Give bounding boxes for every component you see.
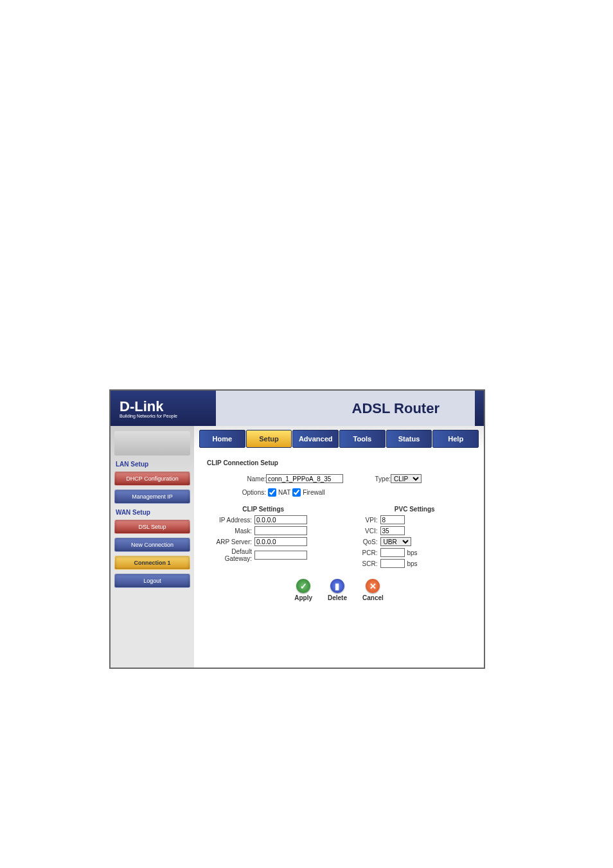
header-bar: D-Link Building Networks for People ADSL… (111, 391, 484, 426)
pcr-unit: bps (407, 549, 418, 556)
main-panel: Home Setup Advanced Tools Status Help CL… (194, 426, 484, 668)
settings-columns: CLIP Settings IP Address: Mask: ARP Serv… (207, 506, 471, 570)
firewall-label: Firewall (303, 489, 324, 496)
pcr-label: PCR: (359, 549, 380, 556)
clip-heading: CLIP Settings (207, 506, 320, 513)
main-tabs: Home Setup Advanced Tools Status Help (199, 430, 479, 448)
scr-label: SCR: (359, 560, 380, 567)
name-input[interactable] (266, 474, 343, 483)
sidebar-item-logout[interactable]: Logout (114, 574, 190, 588)
apply-button[interactable]: ✓ Apply (294, 579, 312, 601)
sidebar-item-new-connection[interactable]: New Connection (114, 538, 190, 552)
tab-home[interactable]: Home (199, 430, 245, 448)
connection-top-row: Name: Type: CLIP (233, 474, 471, 486)
delete-icon: ▮ (330, 579, 344, 593)
qos-select[interactable]: UBR (380, 537, 411, 546)
mask-input[interactable] (254, 526, 307, 535)
clip-settings-col: CLIP Settings IP Address: Mask: ARP Serv… (207, 506, 320, 570)
sidebar-item-dsl-setup[interactable]: DSL Setup (114, 520, 190, 534)
tab-status[interactable]: Status (386, 430, 432, 448)
scr-input[interactable] (380, 559, 405, 568)
options-label: Options: (233, 489, 266, 496)
vpi-input[interactable] (380, 515, 405, 524)
arp-server-input[interactable] (254, 537, 307, 546)
sidebar-item-dhcp[interactable]: DHCP Configuration (114, 472, 190, 486)
sidebar-heading-lan: LAN Setup (116, 461, 190, 468)
vpi-label: VPI: (359, 517, 380, 524)
tab-advanced[interactable]: Advanced (292, 430, 339, 448)
delete-button[interactable]: ▮ Delete (328, 579, 347, 601)
qos-label: QoS: (359, 538, 380, 545)
pvc-settings-col: PVC Settings VPI: VCI: QoS: UBR (359, 506, 472, 570)
sidebar-item-management-ip[interactable]: Management IP (114, 490, 190, 504)
tab-tools[interactable]: Tools (339, 430, 386, 448)
nat-checkbox[interactable] (268, 488, 276, 497)
options-row: Options: NAT Firewall (233, 488, 471, 497)
apply-label: Apply (294, 594, 312, 601)
mask-label: Mask: (207, 527, 254, 535)
apply-icon: ✓ (296, 579, 310, 593)
pcr-input[interactable] (380, 548, 405, 557)
scr-unit: bps (407, 560, 418, 567)
cancel-button[interactable]: ✕ Cancel (362, 579, 384, 601)
type-select[interactable]: CLIP (391, 474, 422, 483)
tab-help[interactable]: Help (432, 430, 479, 448)
vci-input[interactable] (380, 526, 405, 535)
action-row: ✓ Apply ▮ Delete ✕ Cancel (207, 579, 471, 601)
brand-tagline: Building Networks for People (120, 414, 177, 418)
ip-address-input[interactable] (254, 515, 307, 524)
firewall-checkbox[interactable] (292, 488, 301, 497)
cable-image (114, 431, 190, 456)
type-label: Type: (369, 475, 391, 483)
arp-server-label: ARP Server: (207, 538, 254, 545)
delete-label: Delete (328, 594, 347, 601)
page-title: ADSL Router (333, 394, 459, 423)
content-area: CLIP Connection Setup Name: Type: CLIP O (194, 448, 484, 613)
brand-text: D-Link (120, 398, 177, 415)
sidebar: LAN Setup DHCP Configuration Management … (111, 426, 194, 668)
sidebar-heading-wan: WAN Setup (116, 509, 190, 516)
default-gateway-label: Default Gateway: (207, 548, 254, 562)
header-title-area: ADSL Router (216, 391, 475, 426)
cancel-icon: ✕ (366, 579, 380, 593)
brand-logo: D-Link Building Networks for People (120, 398, 177, 418)
pvc-heading: PVC Settings (359, 506, 472, 513)
ip-address-label: IP Address: (207, 517, 254, 524)
section-title: CLIP Connection Setup (207, 459, 471, 466)
default-gateway-input[interactable] (254, 551, 307, 560)
body-area: LAN Setup DHCP Configuration Management … (111, 426, 484, 668)
router-window: D-Link Building Networks for People ADSL… (109, 389, 485, 669)
cancel-label: Cancel (362, 594, 384, 601)
nat-label: NAT (278, 489, 290, 496)
sidebar-item-connection-1[interactable]: Connection 1 (114, 556, 190, 570)
vci-label: VCI: (359, 527, 380, 535)
name-label: Name: (233, 475, 266, 483)
tab-setup[interactable]: Setup (246, 430, 292, 448)
